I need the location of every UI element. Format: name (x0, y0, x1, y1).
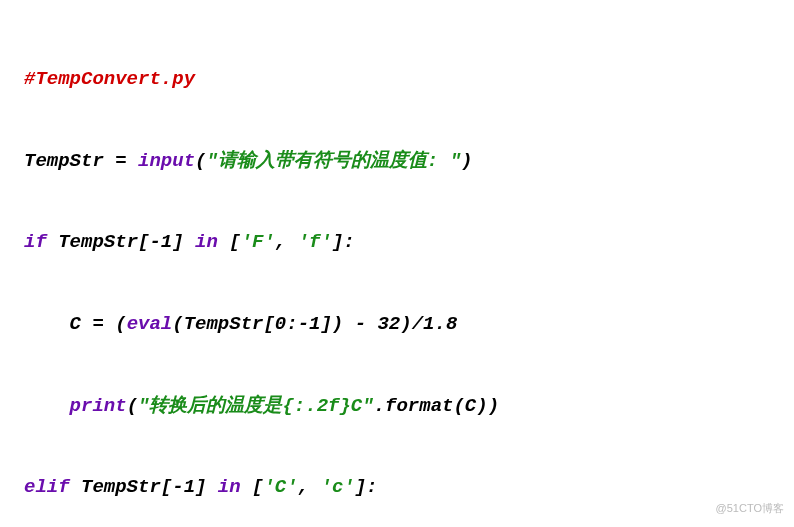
paren-open: ( (195, 150, 206, 172)
expr-tempstr-index: TempStr[-1] (70, 476, 218, 498)
keyword-in: in (218, 476, 241, 498)
builtin-input: input (138, 150, 195, 172)
string-c-lower: 'c' (321, 476, 355, 498)
bracket-open: [ (241, 476, 264, 498)
assign-tempstr: TempStr = (24, 150, 138, 172)
string-C-upper: 'C' (263, 476, 297, 498)
string-output-c: "转换后的温度是{:.2f}C" (138, 395, 374, 417)
expr-f-to-c: (TempStr[0:-1]) - 32)/1.8 (172, 313, 457, 335)
builtin-eval: eval (127, 313, 173, 335)
paren-close: ) (461, 150, 472, 172)
comment-filename: #TempConvert.py (24, 68, 195, 90)
python-code-block: #TempConvert.py TempStr = input("请输入带有符号… (24, 18, 770, 527)
expr-tempstr-index: TempStr[-1] (47, 231, 195, 253)
keyword-if: if (24, 231, 47, 253)
code-line-3: if TempStr[-1] in ['F', 'f']: (24, 222, 770, 263)
bracket-open: [ (218, 231, 241, 253)
comma: , (275, 231, 298, 253)
paren-open: ( (127, 395, 138, 417)
string-f-lower: 'f' (298, 231, 332, 253)
string-F-upper: 'F' (241, 231, 275, 253)
comma: , (298, 476, 321, 498)
format-call-c: .format(C)) (374, 395, 499, 417)
bracket-close-colon: ]: (332, 231, 355, 253)
watermark: @51CTO博客 (716, 497, 784, 521)
string-input-prompt: "请输入带有符号的温度值: " (206, 150, 461, 172)
keyword-in: in (195, 231, 218, 253)
code-line-5: print("转换后的温度是{:.2f}C".format(C)) (24, 386, 770, 427)
code-line-4: C = (eval(TempStr[0:-1]) - 32)/1.8 (24, 304, 770, 345)
keyword-elif: elif (24, 476, 70, 498)
indent (24, 395, 70, 417)
code-line-2: TempStr = input("请输入带有符号的温度值: ") (24, 141, 770, 182)
code-line-6: elif TempStr[-1] in ['C', 'c']: (24, 467, 770, 508)
code-line-1: #TempConvert.py (24, 59, 770, 100)
assign-c: C = ( (24, 313, 127, 335)
bracket-close-colon: ]: (355, 476, 378, 498)
builtin-print: print (70, 395, 127, 417)
